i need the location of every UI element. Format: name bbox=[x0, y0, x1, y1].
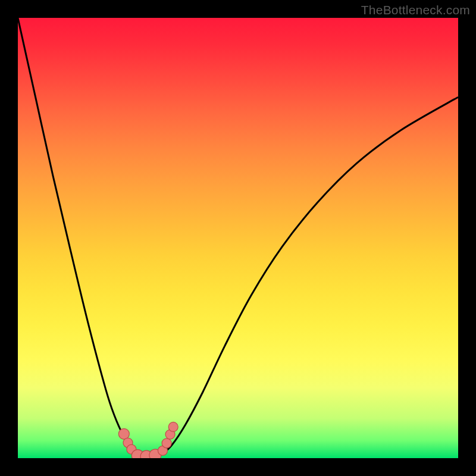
curve-markers bbox=[118, 422, 178, 458]
curve-marker bbox=[168, 422, 178, 431]
watermark-text: TheBottleneck.com bbox=[361, 3, 470, 17]
chart-svg bbox=[18, 18, 458, 458]
chart-frame: TheBottleneck.com bbox=[0, 0, 476, 476]
plot-area bbox=[18, 18, 458, 458]
bottleneck-curve bbox=[18, 18, 458, 456]
curve-marker bbox=[162, 439, 171, 448]
